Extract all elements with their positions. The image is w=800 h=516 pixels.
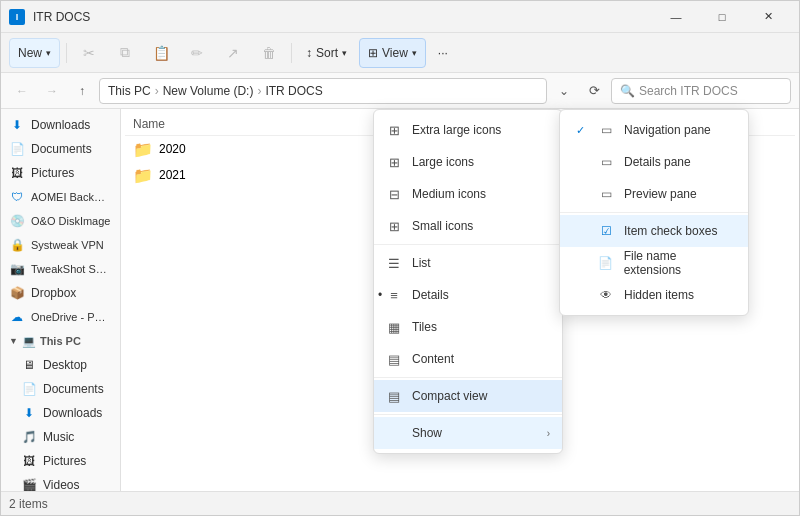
maximize-button[interactable]: □ <box>699 1 745 33</box>
more-label: ··· <box>438 46 448 60</box>
sidebar-item-label: Downloads <box>43 406 102 420</box>
sidebar-item-tweakshot[interactable]: 📷 TweakShot Scre... <box>1 257 120 281</box>
show-divider-1 <box>560 212 748 213</box>
sidebar-item-sysweak[interactable]: 🔒 Systweak VPN <box>1 233 120 257</box>
refresh-button[interactable]: ⟳ <box>581 78 607 104</box>
sidebar-item-videos[interactable]: 🎬 Videos <box>1 473 120 491</box>
show-hidden-items[interactable]: ✓ 👁 Hidden items <box>560 279 748 311</box>
tiles-label: Tiles <box>412 320 550 334</box>
sidebar-item-docs2[interactable]: 📄 Documents <box>1 377 120 401</box>
sidebar-item-diskimage[interactable]: 💿 O&O DiskImage <box>1 209 120 233</box>
medium-icon: ⊟ <box>386 186 402 202</box>
check-boxes-icon: ☑ <box>598 223 614 239</box>
nav-pane-label: Navigation pane <box>624 123 711 137</box>
menu-item-large[interactable]: ⊞ Large icons <box>374 146 562 178</box>
menu-item-details[interactable]: ≡ Details <box>374 279 562 311</box>
sidebar-item-downloads2[interactable]: ⬇ Downloads <box>1 401 120 425</box>
explorer-window: I ITR DOCS — □ ✕ New ▾ ✂ ⧉ 📋 ✏ ↗ 🗑 ↕ So <box>0 0 800 516</box>
expand-button[interactable]: ⌄ <box>551 78 577 104</box>
new-arrow: ▾ <box>46 48 51 58</box>
nav-pane-icon: ▭ <box>598 122 614 138</box>
app-icon: I <box>9 9 25 25</box>
content-label: Content <box>412 352 550 366</box>
rename-button[interactable]: ✏ <box>181 38 213 68</box>
sort-icon: ↕ <box>306 46 312 60</box>
sidebar-item-documents[interactable]: 📄 Documents <box>1 137 120 161</box>
list-label: List <box>412 256 550 270</box>
sort-arrow: ▾ <box>342 48 347 58</box>
show-label: Show <box>412 426 537 440</box>
large-label: Large icons <box>412 155 550 169</box>
sidebar-item-pictures[interactable]: 🖼 Pictures <box>1 161 120 185</box>
menu-item-tiles[interactable]: ▦ Tiles <box>374 311 562 343</box>
folder-2020-icon: 📁 <box>133 139 153 159</box>
more-button[interactable]: ··· <box>430 38 456 68</box>
aomei-icon: 🛡 <box>9 189 25 205</box>
sidebar-item-label: Documents <box>31 142 92 156</box>
toolbar: New ▾ ✂ ⧉ 📋 ✏ ↗ 🗑 ↕ Sort ▾ ⊞ View ▾ ··· <box>1 33 799 73</box>
copy-button[interactable]: ⧉ <box>109 38 141 68</box>
toolbar-sep-2 <box>291 43 292 63</box>
search-box[interactable]: 🔍 Search ITR DOCS <box>611 78 791 104</box>
show-file-extensions[interactable]: ✓ 📄 File name extensions <box>560 247 748 279</box>
up-button[interactable]: ↑ <box>69 78 95 104</box>
address-bar: ← → ↑ This PC › New Volume (D:) › ITR DO… <box>1 73 799 109</box>
sidebar-item-label: Music <box>43 430 74 444</box>
medium-label: Medium icons <box>412 187 550 201</box>
sidebar-item-label: AOMEI Backupp... <box>31 191 111 203</box>
menu-item-compact[interactable]: ▤ Compact view <box>374 380 562 412</box>
forward-button[interactable]: → <box>39 78 65 104</box>
address-bar-right: ⌄ ⟳ 🔍 Search ITR DOCS <box>551 78 791 104</box>
check-boxes-label: Item check boxes <box>624 224 717 238</box>
menu-item-extra-large[interactable]: ⊞ Extra large icons <box>374 114 562 146</box>
sidebar-item-downloads[interactable]: ⬇ Downloads <box>1 113 120 137</box>
paste-button[interactable]: 📋 <box>145 38 177 68</box>
path-sep-1: › <box>155 84 159 98</box>
sidebar-item-music[interactable]: 🎵 Music <box>1 425 120 449</box>
title-bar: I ITR DOCS — □ ✕ <box>1 1 799 33</box>
menu-item-list[interactable]: ☰ List <box>374 247 562 279</box>
share-button[interactable]: ↗ <box>217 38 249 68</box>
show-submenu: ✓ ▭ Navigation pane ✓ ▭ Details pane ✓ ▭… <box>559 109 749 316</box>
videos-icon: 🎬 <box>21 477 37 491</box>
dropbox-icon: 📦 <box>9 285 25 301</box>
show-preview-pane[interactable]: ✓ ▭ Preview pane <box>560 178 748 210</box>
view-menu: ⊞ Extra large icons ⊞ Large icons ⊟ Medi… <box>373 109 563 454</box>
menu-divider-3 <box>374 414 562 415</box>
back-button[interactable]: ← <box>9 78 35 104</box>
view-button[interactable]: ⊞ View ▾ <box>359 38 426 68</box>
search-placeholder: Search ITR DOCS <box>639 84 738 98</box>
sidebar: ⬇ Downloads 📄 Documents 🖼 Pictures 🛡 AOM… <box>1 109 121 491</box>
minimize-button[interactable]: — <box>653 1 699 33</box>
show-details-pane[interactable]: ✓ ▭ Details pane <box>560 146 748 178</box>
thispc-group[interactable]: ▼ 💻 This PC <box>1 329 120 353</box>
status-bar: 2 items <box>1 491 799 515</box>
show-nav-pane[interactable]: ✓ ▭ Navigation pane <box>560 114 748 146</box>
sidebar-item-desktop[interactable]: 🖥 Desktop <box>1 353 120 377</box>
file-item-name: 2020 <box>159 142 186 156</box>
delete-button[interactable]: 🗑 <box>253 38 285 68</box>
menu-item-medium[interactable]: ⊟ Medium icons <box>374 178 562 210</box>
menu-item-content[interactable]: ▤ Content <box>374 343 562 375</box>
nav-pane-check: ✓ <box>572 122 588 138</box>
downloads2-icon: ⬇ <box>21 405 37 421</box>
sidebar-item-label: Pictures <box>31 166 74 180</box>
menu-item-small[interactable]: ⊞ Small icons <box>374 210 562 242</box>
sidebar-item-dropbox[interactable]: 📦 Dropbox <box>1 281 120 305</box>
sort-button[interactable]: ↕ Sort ▾ <box>298 38 355 68</box>
address-path[interactable]: This PC › New Volume (D:) › ITR DOCS <box>99 78 547 104</box>
sidebar-item-onedrive[interactable]: ☁ OneDrive - Person... <box>1 305 120 329</box>
sidebar-item-aomei[interactable]: 🛡 AOMEI Backupp... <box>1 185 120 209</box>
diskimage-icon: 💿 <box>9 213 25 229</box>
file-ext-icon: 📄 <box>598 255 614 271</box>
close-button[interactable]: ✕ <box>745 1 791 33</box>
sidebar-item-pictures2[interactable]: 🖼 Pictures <box>1 449 120 473</box>
cut-button[interactable]: ✂ <box>73 38 105 68</box>
show-check-boxes[interactable]: ✓ ☑ Item check boxes <box>560 215 748 247</box>
content-icon: ▤ <box>386 351 402 367</box>
details-pane-label: Details pane <box>624 155 691 169</box>
new-button[interactable]: New ▾ <box>9 38 60 68</box>
show-arrow: › <box>547 428 550 439</box>
hidden-label: Hidden items <box>624 288 694 302</box>
menu-item-show[interactable]: Show › <box>374 417 562 449</box>
